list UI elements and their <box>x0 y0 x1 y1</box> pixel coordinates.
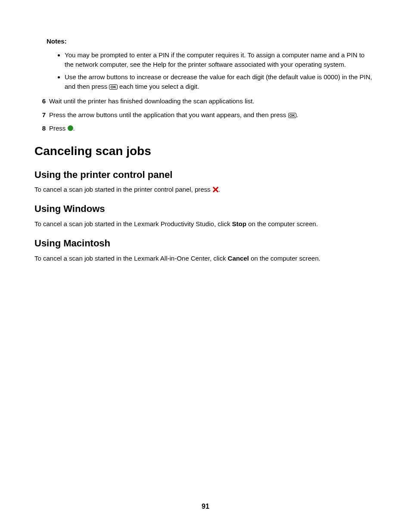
subsection-heading-panel: Using the printer control panel <box>34 168 377 182</box>
bold-text: Stop <box>232 220 246 227</box>
numbered-steps: 6 Wait until the printer has finished do… <box>34 96 377 133</box>
note-text: each time you select a digit. <box>118 83 199 90</box>
step-number: 6 <box>34 96 49 106</box>
page-number: 91 <box>0 501 411 511</box>
step-text-fragment: Press <box>49 124 68 132</box>
bold-text: Cancel <box>228 255 249 262</box>
step-6: 6 Wait until the printer has finished do… <box>34 96 377 106</box>
body-text: To cancel a scan job started in the Lexm… <box>34 254 377 263</box>
subsection-heading-macintosh: Using Macintosh <box>34 236 377 250</box>
body-text: To cancel a scan job started in the prin… <box>34 185 377 194</box>
note-item: Use the arrow buttons to increase or dec… <box>65 72 377 91</box>
notes-list: You may be prompted to enter a PIN if th… <box>34 50 377 91</box>
text-fragment: To cancel a scan job started in the Lexm… <box>34 220 232 227</box>
step-text-fragment: . <box>296 111 298 118</box>
start-button-icon <box>68 125 73 131</box>
step-number: 7 <box>34 110 49 120</box>
text-fragment: To cancel a scan job started in the prin… <box>34 186 212 193</box>
notes-heading: Notes: <box>47 37 377 46</box>
step-7: 7 Press the arrow buttons until the appl… <box>34 110 377 120</box>
step-text: Press the arrow buttons until the applic… <box>49 110 377 120</box>
text-fragment: . <box>218 186 220 193</box>
step-8: 8 Press . <box>34 124 377 133</box>
text-fragment: To cancel a scan job started in the Lexm… <box>34 255 228 262</box>
ok-icon: OK <box>109 84 118 90</box>
text-fragment: on the computer screen. <box>249 255 321 262</box>
section-heading-canceling: Canceling scan jobs <box>34 143 377 160</box>
step-text-fragment: Press the arrow buttons until the applic… <box>49 111 288 118</box>
ok-icon: OK <box>288 113 297 118</box>
step-text-fragment: . <box>73 124 75 132</box>
cancel-x-icon <box>212 187 218 193</box>
text-fragment: on the computer screen. <box>246 220 318 227</box>
note-item: You may be prompted to enter a PIN if th… <box>65 50 377 69</box>
step-text: Press . <box>49 124 377 133</box>
step-text: Wait until the printer has finished down… <box>49 96 377 106</box>
subsection-heading-windows: Using Windows <box>34 202 377 216</box>
document-page: Notes: You may be prompted to enter a PI… <box>0 0 411 263</box>
body-text: To cancel a scan job started in the Lexm… <box>34 219 377 229</box>
step-number: 8 <box>34 124 49 133</box>
